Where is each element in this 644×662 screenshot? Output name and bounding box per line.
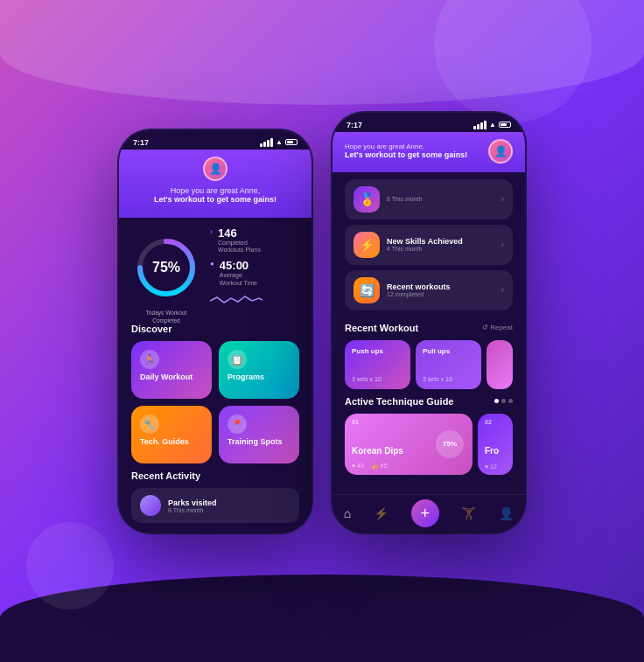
atg-card-2[interactable]: 02 Fro ♥ 12	[478, 414, 513, 475]
atg-dot-1	[494, 399, 499, 403]
phone2-welcome: Hope you are great Anne, Let's workout t…	[345, 143, 467, 159]
recent-workouts-card[interactable]: 🔄 Recent workouts 12 completed ›	[345, 270, 513, 310]
recent-workouts-arrow: ›	[501, 285, 504, 295]
phone2-header: Hope you are great Anne, Let's workout t…	[332, 132, 525, 172]
atg-dot-2	[501, 399, 506, 403]
phone2-avatar: 👤	[488, 139, 513, 164]
battery-fill	[287, 141, 293, 143]
nav-plus-button[interactable]: +	[411, 499, 439, 527]
tech-guides-card[interactable]: 🔧 Tech. Guides	[131, 406, 212, 463]
p2-signal-3	[480, 122, 483, 129]
phone1-stats-row: 75% Todays Workout Completed › 146 Compl…	[119, 218, 312, 317]
bg-blob-1	[434, 0, 592, 122]
p2-battery-fill	[500, 123, 507, 126]
recent-workouts-icon: 🔄	[354, 277, 380, 303]
rw-header: Recent Workout ↺ Repeat	[345, 323, 513, 333]
rw-card1-sub: 3 sets x 10	[352, 376, 382, 382]
phone1-header: 👤 Hope you are great Anne, Let's workout…	[119, 150, 312, 218]
programs-icon: 📋	[228, 350, 247, 369]
phone2-bottom-nav: ⌂ ⚡ + 🏋 👤	[332, 494, 525, 533]
p2-wifi-icon: ▲	[489, 121, 496, 129]
wifi-icon: ▲	[276, 138, 283, 146]
new-skills-card[interactable]: ⚡ New Skills Achieved 4 This month ›	[345, 225, 513, 265]
phones-container: 7:17 ▲ 👤 Hope	[119, 130, 525, 533]
stat-scroll-arrow: ›	[501, 194, 504, 204]
programs-card[interactable]: 📋 Programs	[219, 341, 299, 399]
discover-title: Discover	[131, 324, 299, 334]
programs-label: Programs	[228, 373, 264, 381]
nav-home[interactable]: ⌂	[344, 506, 351, 520]
stat1-arrow-icon: ›	[210, 227, 213, 236]
rw-pushups-card[interactable]: Push ups 3 sets x 10	[345, 340, 410, 389]
atg-num-2: 02	[485, 419, 492, 425]
new-skills-icon: ⚡	[354, 232, 380, 258]
signal-4	[270, 138, 273, 147]
recent-workouts-info: Recent workouts 12 completed	[387, 282, 451, 297]
activity-avatar-1	[140, 495, 161, 516]
rw-pullups-card[interactable]: Pull ups 3 sets x 10	[416, 340, 481, 389]
rw-card3[interactable]	[486, 340, 513, 389]
phone-2: 7:17 ▲ Hope you are great Anne, Let	[332, 113, 525, 533]
p2-signal-4	[484, 121, 486, 129]
phone1-wave-line	[210, 292, 299, 310]
atg-header: Active Technique Guide	[345, 396, 513, 407]
atg-title: Active Technique Guide	[345, 396, 454, 407]
p2-signal-1	[473, 126, 476, 129]
rw-card2-sub: 3 sets x 10	[423, 376, 452, 382]
phone2-achievement-cards: 🏅 8 This month › ⚡ New Skills Achieved 4…	[332, 172, 525, 310]
stat1-info: 146 Completed Workouts Plans	[218, 226, 261, 254]
recent-activity-title: Recent Activity	[131, 470, 299, 481]
nav-activity[interactable]: ⚡	[374, 506, 388, 520]
rw-title: Recent Workout	[345, 323, 418, 333]
phone2-time: 7:17	[346, 121, 362, 129]
atg-korean-dips-card[interactable]: 01 Korean Dips 75% ♥ 43 👍 65	[345, 414, 472, 475]
atg-name-1: Korean Dips	[352, 446, 403, 456]
stat1-desc: Completed Workouts Plans	[218, 240, 261, 254]
atg-dots	[494, 399, 513, 403]
signal-1	[260, 143, 262, 147]
phone-1: 7:17 ▲ 👤 Hope	[119, 130, 312, 533]
atg-name-2: Fro	[485, 446, 499, 456]
phone2-notch	[402, 113, 455, 125]
phone1-stats-details: › 146 Completed Workouts Plans ● 45:00	[210, 226, 299, 310]
activity-item-1[interactable]: Parks visited 8 This month	[131, 488, 299, 523]
daily-workout-card[interactable]: 🏃 Daily Workout	[131, 341, 212, 399]
phone2-header-row: Hope you are great Anne, Let's workout t…	[345, 139, 513, 164]
phone2-stat-scrolled[interactable]: 🏅 8 This month ›	[345, 179, 513, 220]
nav-profile[interactable]: 👤	[499, 506, 514, 520]
rw-card1-label: Push ups	[352, 347, 383, 355]
phone2-status-icons: ▲	[473, 121, 511, 129]
tech-guides-label: Tech. Guides	[140, 437, 189, 446]
phone1-stat-1: › 146 Completed Workouts Plans	[210, 226, 299, 254]
p2-signal-2	[477, 124, 480, 129]
phone1-notch	[189, 130, 242, 143]
nav-weights[interactable]: 🏋	[461, 506, 476, 520]
phone1-progress-label: Todays Workout Completed	[131, 310, 201, 324]
p2-battery-icon	[499, 122, 511, 128]
phone1-recent-activity: Recent Activity Parks visited 8 This mon…	[119, 463, 312, 523]
daily-workout-icon: 🏃	[140, 350, 159, 369]
activity-info-1: Parks visited 8 This month	[168, 498, 217, 513]
stat2-dot-icon: ●	[210, 260, 214, 268]
discover-grid: 🏃 Daily Workout 📋 Programs 🔧 Tech. Guide…	[131, 341, 299, 463]
battery-icon	[285, 139, 298, 145]
phone2-recent-workout-section: Recent Workout ↺ Repeat Push ups 3 sets …	[332, 316, 525, 389]
phone1-status-icons: ▲	[260, 138, 298, 147]
bg-blob-2	[26, 522, 114, 610]
rw-repeat[interactable]: ↺ Repeat	[482, 324, 513, 331]
activity-icon: ⚡	[374, 506, 388, 520]
phone2-atg-section: Active Technique Guide 01 Korean Dips 75…	[332, 389, 525, 475]
atg-progress-1: 75%	[436, 430, 464, 458]
phone1-time: 7:17	[133, 138, 149, 147]
tech-guides-icon: 🔧	[140, 415, 159, 434]
stat-scroll-icon: 🏅	[354, 186, 380, 213]
atg-num-1: 01	[352, 419, 359, 425]
phone1-progress-text: 75%	[152, 260, 180, 275]
signal-2	[263, 142, 266, 147]
daily-workout-label: Daily Workout	[140, 373, 192, 381]
stat2-info: 45:00 Average Workout Time	[220, 259, 257, 287]
atg-cards: 01 Korean Dips 75% ♥ 43 👍 65 02 Fro ♥ 12	[345, 414, 513, 475]
training-spots-card[interactable]: 📍 Training Spots	[219, 406, 299, 463]
rw-card2-label: Pull ups	[423, 347, 450, 355]
atg-likes-1: ♥ 43 👍 65	[352, 463, 388, 470]
